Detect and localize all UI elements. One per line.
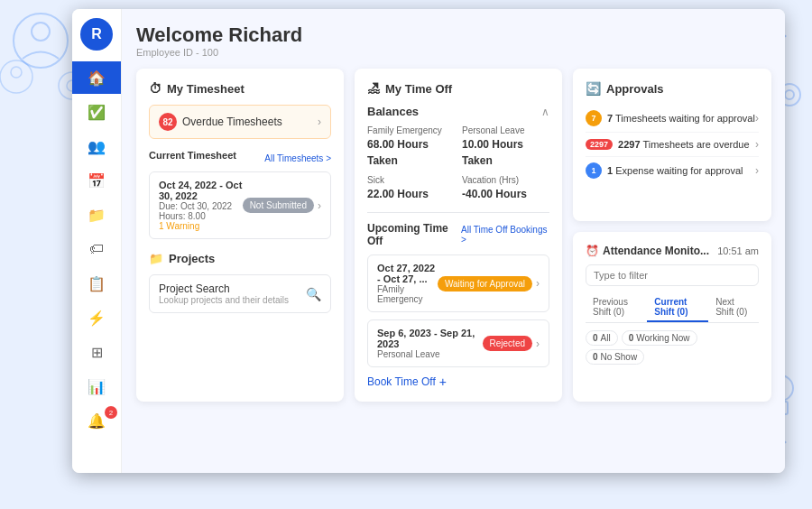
attendance-title: ⏰ Attendance Monito... bbox=[586, 245, 709, 257]
approval-badge-2297: 2297 bbox=[586, 139, 613, 150]
shift-tabs: Previous Shift (0) Current Shift (0) Nex… bbox=[586, 293, 759, 323]
sidebar-item-bell[interactable]: 🔔 2 bbox=[72, 404, 121, 437]
all-bookings-link[interactable]: All Time Off Bookings > bbox=[461, 225, 549, 245]
timeoff-row-2[interactable]: Sep 6, 2023 - Sep 21, 2023 Personal Leav… bbox=[367, 319, 549, 367]
approval-text-2: 2297 Timesheets are overdue bbox=[618, 139, 755, 150]
shift-pills: 0 All 0 Working Now 0 No Show bbox=[586, 330, 759, 365]
attendance-header: ⏰ Attendance Monito... 10:51 am bbox=[586, 245, 759, 257]
approvals-icon: 🔄 bbox=[586, 81, 601, 96]
svg-point-3 bbox=[11, 67, 22, 78]
welcome-header: Welcome Richard Employee ID - 100 bbox=[136, 23, 770, 58]
checklist-icon: ✅ bbox=[88, 104, 106, 121]
approval-badge-7: 7 bbox=[586, 110, 602, 126]
folder-icon: 📁 bbox=[88, 207, 106, 224]
sidebar-item-calendar[interactable]: 📅 bbox=[72, 164, 121, 197]
no-show-pill[interactable]: 0 No Show bbox=[586, 349, 644, 365]
svg-point-1 bbox=[32, 23, 50, 41]
folder-icon: 📁 bbox=[149, 252, 163, 265]
sidebar-item-list[interactable]: 📋 bbox=[72, 267, 121, 300]
timesheet-warning: 1 Warning bbox=[159, 221, 243, 231]
timesheet-meta: Due: Oct 30, 2022 Hours: 8.00 bbox=[159, 201, 243, 221]
timesheet-icon: ⏱ bbox=[149, 81, 161, 96]
balance-value: 10.00 Hours Taken bbox=[462, 138, 523, 167]
employee-id: Employee ID - 100 bbox=[136, 47, 770, 58]
approval-row-3[interactable]: 1 1 Expense waiting for approval › bbox=[586, 157, 759, 184]
timeoff-type-1: FAmily Emergency bbox=[377, 284, 438, 304]
balance-label: Vacation (Hrs) bbox=[462, 175, 549, 185]
sidebar-item-people[interactable]: 👥 bbox=[72, 130, 121, 162]
previous-shift-tab[interactable]: Previous Shift (0) bbox=[586, 293, 647, 322]
approvals-title: 🔄 Approvals bbox=[586, 81, 759, 96]
plus-icon: + bbox=[439, 375, 447, 389]
timesheet-info: Oct 24, 2022 - Oct 30, 2022 Due: Oct 30,… bbox=[159, 180, 243, 231]
sidebar-item-chart[interactable]: 📊 bbox=[72, 370, 121, 403]
overdue-row[interactable]: 82 Overdue Timesheets › bbox=[149, 105, 331, 139]
sidebar-item-grid[interactable]: ⊞ bbox=[72, 336, 121, 368]
all-pill[interactable]: 0 All bbox=[586, 330, 618, 346]
all-timesheets-link[interactable]: All Timesheets > bbox=[264, 153, 331, 163]
working-now-pill[interactable]: 0 Working Now bbox=[622, 330, 697, 346]
upcoming-title: Upcoming Time Off bbox=[367, 222, 461, 247]
approval-row-1[interactable]: 7 7 Timesheets waiting for approval › bbox=[586, 105, 759, 133]
approval-text-1: 7 Timesheets waiting for approval bbox=[607, 113, 755, 124]
attendance-filter-input[interactable] bbox=[586, 264, 759, 286]
chevron-right-icon: › bbox=[318, 116, 321, 128]
sidebar-item-layers[interactable]: ⚡ bbox=[72, 301, 121, 334]
overdue-text: Overdue Timesheets bbox=[182, 116, 318, 128]
project-search-desc: Lookup projects and their details bbox=[159, 295, 289, 305]
overdue-badge: 82 bbox=[159, 113, 177, 131]
layers-icon: ⚡ bbox=[88, 310, 106, 327]
timesheet-title: ⏱ My Timesheet bbox=[149, 81, 331, 96]
book-time-off-label: Book Time Off bbox=[367, 375, 436, 388]
clock-icon: ⏰ bbox=[586, 245, 599, 257]
sidebar-item-checklist[interactable]: ✅ bbox=[72, 96, 121, 128]
timeoff-dates-1: Oct 27, 2022 - Oct 27, ... bbox=[377, 263, 438, 284]
current-timesheet-header: Current Timesheet All Timesheets > bbox=[149, 150, 331, 166]
timesheet-row[interactable]: Oct 24, 2022 - Oct 30, 2022 Due: Oct 30,… bbox=[149, 171, 331, 239]
balances-grid: Family Emergency 68.00 Hours Taken Perso… bbox=[367, 125, 549, 201]
noshow-label: No Show bbox=[601, 352, 638, 362]
current-timesheet-label: Current Timesheet bbox=[149, 150, 236, 161]
status-badge: Not Submitted bbox=[243, 198, 314, 213]
balance-value: 68.00 Hours Taken bbox=[367, 138, 429, 167]
book-time-off-button[interactable]: Book Time Off + bbox=[367, 375, 549, 389]
app-logo: R bbox=[80, 18, 113, 51]
svg-point-0 bbox=[14, 14, 68, 68]
balance-item-vacation: Vacation (Hrs) -40.00 Hours bbox=[462, 175, 549, 201]
chevron-right-icon: › bbox=[755, 138, 759, 151]
timeoff-icon: 🏖 bbox=[367, 81, 380, 96]
current-shift-tab[interactable]: Current Shift (0) bbox=[647, 293, 708, 322]
timeoff-type-2: Personal Leave bbox=[377, 349, 483, 359]
timeoff-title: 🏖 My Time Off bbox=[367, 81, 549, 96]
search-icon: 🔍 bbox=[306, 287, 321, 301]
divider bbox=[367, 212, 549, 213]
tag-icon: 🏷 bbox=[89, 241, 104, 257]
calendar-icon: 📅 bbox=[88, 172, 106, 190]
sidebar-item-tag[interactable]: 🏷 bbox=[72, 233, 121, 265]
chevron-right-icon: › bbox=[755, 164, 759, 177]
balance-label: Family Emergency bbox=[367, 125, 455, 135]
balances-header: Balances ∧ bbox=[367, 105, 549, 118]
approval-row-2[interactable]: 2297 2297 Timesheets are overdue › bbox=[586, 133, 759, 157]
chart-icon: 📊 bbox=[88, 378, 106, 395]
timeoff-row-1[interactable]: Oct 27, 2022 - Oct 27, ... FAmily Emerge… bbox=[367, 255, 549, 312]
chevron-right-icon: › bbox=[755, 112, 759, 125]
sidebar-item-home[interactable]: 🏠 bbox=[72, 61, 121, 94]
chevron-right-icon: › bbox=[536, 277, 540, 290]
project-search-row[interactable]: Project Search Lookup projects and their… bbox=[149, 274, 331, 313]
attendance-card: ⏰ Attendance Monito... 10:51 am Previous… bbox=[573, 232, 771, 402]
approval-badge-1: 1 bbox=[586, 162, 602, 179]
balance-value: -40.00 Hours bbox=[462, 188, 527, 200]
bell-badge: 2 bbox=[105, 406, 117, 419]
next-shift-tab[interactable]: Next Shift (0) bbox=[708, 293, 759, 322]
balance-item-family: Family Emergency 68.00 Hours Taken bbox=[367, 125, 455, 168]
balance-label: Personal Leave bbox=[462, 125, 549, 135]
sidebar-item-folder[interactable]: 📁 bbox=[72, 199, 121, 231]
attendance-time: 10:51 am bbox=[717, 245, 759, 256]
chevron-right-icon: › bbox=[318, 199, 321, 212]
cards-grid: ⏱ My Timesheet 82 Overdue Timesheets › C… bbox=[136, 69, 770, 402]
balance-value: 22.00 Hours bbox=[367, 188, 429, 200]
timesheet-card: ⏱ My Timesheet 82 Overdue Timesheets › C… bbox=[136, 69, 344, 402]
project-search-info: Project Search Lookup projects and their… bbox=[159, 282, 289, 305]
collapse-icon[interactable]: ∧ bbox=[541, 106, 549, 118]
